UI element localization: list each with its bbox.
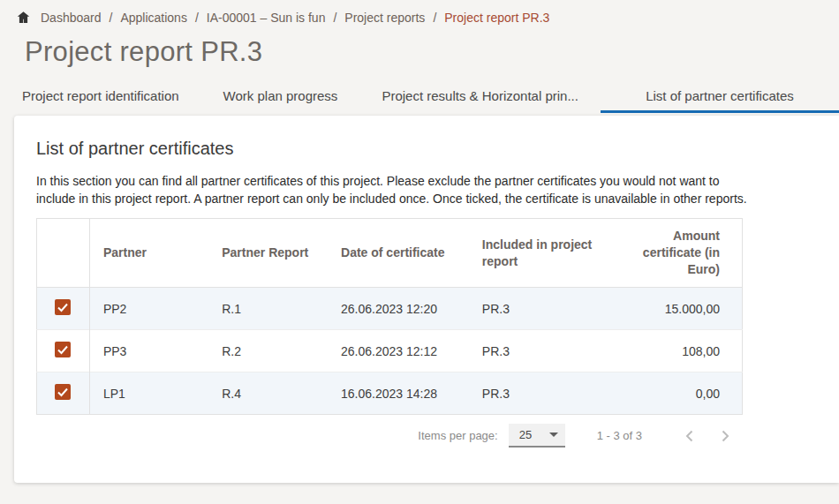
- cell-amount: 0,00: [603, 372, 743, 415]
- breadcrumb-item-project-reports[interactable]: Project reports: [344, 11, 425, 25]
- cell-date: 16.06.2023 14:28: [332, 372, 473, 415]
- partner-certificates-table: Partner Partner Report Date of certifica…: [36, 218, 743, 415]
- row-checkbox-checked[interactable]: [55, 384, 71, 400]
- section-description: In this section you can find all partner…: [36, 172, 753, 207]
- items-per-page-select[interactable]: 25: [509, 424, 565, 448]
- header-partner-report: Partner Report: [213, 219, 332, 288]
- cell-partner: PP2: [89, 288, 213, 330]
- cell-amount: 15.000,00: [603, 288, 743, 330]
- cell-partner: LP1: [89, 372, 213, 415]
- breadcrumb-separator: /: [433, 11, 436, 25]
- items-per-page-label: Items per page:: [418, 429, 497, 442]
- content-card: List of partner certificates In this sec…: [14, 116, 839, 483]
- table-row: PP3 R.2 26.06.2023 12:12 PR.3 108,00: [37, 330, 743, 372]
- page-title: Project report PR.3: [25, 36, 839, 68]
- cell-included: PR.3: [473, 372, 603, 415]
- row-checkbox-checked[interactable]: [55, 342, 71, 357]
- cell-date: 26.06.2023 12:12: [332, 330, 473, 372]
- cell-partner-report: R.4: [213, 372, 332, 415]
- table-header-row: Partner Partner Report Date of certifica…: [37, 219, 743, 288]
- chevron-down-icon: [549, 433, 558, 437]
- cell-date: 26.06.2023 12:20: [332, 288, 473, 330]
- header-checkbox-column: [37, 219, 90, 288]
- next-page-button[interactable]: [714, 425, 736, 447]
- previous-page-button[interactable]: [679, 425, 700, 447]
- table-row: LP1 R.4 16.06.2023 14:28 PR.3 0,00: [37, 372, 743, 415]
- row-checkbox-checked[interactable]: [55, 299, 71, 315]
- cell-partner-report: R.1: [213, 288, 332, 330]
- chevron-right-icon: [714, 425, 736, 447]
- cell-partner-report: R.2: [213, 330, 332, 372]
- breadcrumb-item-applications[interactable]: Applications: [120, 11, 187, 25]
- header-partner: Partner: [89, 219, 213, 288]
- cell-included: PR.3: [473, 330, 603, 372]
- tab-project-results[interactable]: Project results & Horizontal prin...: [359, 81, 601, 113]
- cell-amount: 108,00: [603, 330, 743, 372]
- breadcrumb-item-current-report: Project report PR.3: [444, 11, 549, 25]
- breadcrumb-separator: /: [333, 11, 336, 25]
- tab-list-of-partner-certificates[interactable]: List of partner certificates: [601, 81, 839, 113]
- breadcrumb-separator: /: [110, 11, 113, 25]
- home-icon[interactable]: [16, 10, 31, 25]
- section-heading: List of partner certificates: [36, 139, 818, 159]
- tab-project-report-identification[interactable]: Project report identification: [0, 81, 201, 113]
- tab-bar: Project report identification Work plan …: [0, 81, 839, 113]
- cell-included: PR.3: [473, 288, 603, 330]
- items-per-page-value: 25: [519, 428, 549, 441]
- breadcrumb-item-dashboard[interactable]: Dashboard: [41, 11, 102, 25]
- breadcrumb: Dashboard / Applications / IA-00001 – Su…: [0, 0, 839, 25]
- header-included-in-project-report: Included in project report: [473, 219, 603, 288]
- tab-work-plan-progress[interactable]: Work plan progress: [201, 81, 360, 113]
- paginator-range-label: 1 - 3 of 3: [597, 429, 642, 442]
- breadcrumb-item-application[interactable]: IA-00001 – Sun is fun: [207, 11, 326, 25]
- paginator: Items per page: 25 1 - 3 of 3: [36, 424, 743, 448]
- breadcrumb-separator: /: [195, 11, 199, 25]
- header-amount-certificate: Amount certificate (in Euro): [603, 219, 743, 288]
- cell-partner: PP3: [89, 330, 213, 372]
- header-date-of-certificate: Date of certificate: [332, 219, 473, 288]
- table-row: PP2 R.1 26.06.2023 12:20 PR.3 15.000,00: [37, 288, 743, 330]
- chevron-left-icon: [679, 425, 700, 447]
